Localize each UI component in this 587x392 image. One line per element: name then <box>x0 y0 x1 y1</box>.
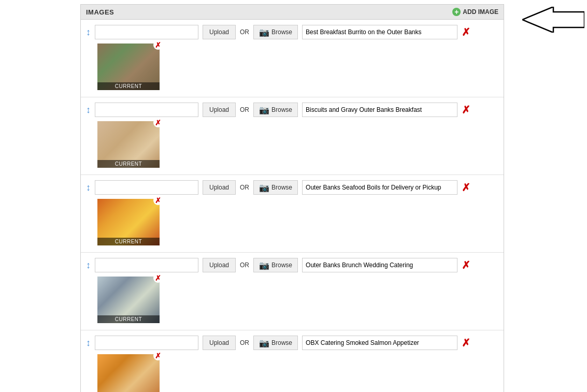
current-label-2: CURRENT <box>97 238 160 245</box>
current-image-wrapper-3: CURRENT ✗ <box>97 277 160 323</box>
current-image-box-3: CURRENT <box>97 277 160 323</box>
upload-button-0[interactable]: Upload <box>203 25 236 39</box>
image-row-bottom-1: CURRENT ✗ <box>97 121 498 169</box>
image-row-top-3: ↕ Upload OR 📷 Browse ✗ <box>86 258 498 272</box>
current-label-1: CURRENT <box>97 160 160 168</box>
delete-button-0[interactable]: ✗ <box>462 26 470 38</box>
browse-icon-1: 📷 <box>259 105 269 115</box>
current-image-box-4: CURRENT <box>97 354 160 392</box>
drag-handle-icon-1[interactable]: ↕ <box>86 105 91 115</box>
or-label-3: OR <box>240 262 249 269</box>
file-input-3[interactable] <box>95 258 198 272</box>
image-row-top-1: ↕ Upload OR 📷 Browse ✗ <box>86 103 498 117</box>
current-label-0: CURRENT <box>97 82 160 90</box>
or-label-0: OR <box>240 28 249 36</box>
image-row-bottom-4: CURRENT ✗ <box>97 354 498 392</box>
browse-button-0[interactable]: 📷 Browse <box>253 25 298 39</box>
delete-button-2[interactable]: ✗ <box>462 181 470 194</box>
browse-button-2[interactable]: 📷 Browse <box>253 180 298 195</box>
image-row-bottom-3: CURRENT ✗ <box>97 277 498 325</box>
plus-circle-icon: + <box>452 8 461 16</box>
remove-image-button-1[interactable]: ✗ <box>153 118 163 127</box>
remove-image-button-3[interactable]: ✗ <box>153 273 163 283</box>
panel-title: IMAGES <box>86 8 114 16</box>
drag-handle-icon-3[interactable]: ↕ <box>86 260 91 271</box>
image-row: ↕ Upload OR 📷 Browse ✗ CURRENT ✗ <box>81 330 504 392</box>
current-image-wrapper-1: CURRENT ✗ <box>97 121 160 168</box>
alt-text-input-3[interactable] <box>302 258 457 272</box>
current-image-box-1: CURRENT <box>97 121 160 168</box>
browse-button-4[interactable]: 📷 Browse <box>253 336 298 350</box>
or-label-1: OR <box>240 106 249 113</box>
image-row: ↕ Upload OR 📷 Browse ✗ CURRENT ✗ <box>81 20 504 97</box>
alt-text-input-1[interactable] <box>302 103 457 117</box>
delete-button-4[interactable]: ✗ <box>462 337 470 349</box>
image-row-top-0: ↕ Upload OR 📷 Browse ✗ <box>86 25 498 39</box>
image-row-top-2: ↕ Upload OR 📷 Browse ✗ <box>86 180 498 195</box>
drag-handle-icon-4[interactable]: ↕ <box>86 338 91 349</box>
browse-label-0: Browse <box>271 28 292 36</box>
delete-button-3[interactable]: ✗ <box>462 259 470 271</box>
current-image-wrapper-0: CURRENT ✗ <box>97 43 160 90</box>
upload-button-3[interactable]: Upload <box>203 258 236 272</box>
image-row: ↕ Upload OR 📷 Browse ✗ CURRENT ✗ <box>81 175 504 253</box>
x-mark-icon-3: ✗ <box>155 274 161 282</box>
panel-header: IMAGES + ADD IMAGE <box>81 5 504 20</box>
image-rows-container: ↕ Upload OR 📷 Browse ✗ CURRENT ✗ <box>81 20 504 392</box>
current-image-wrapper-2: CURRENT ✗ <box>97 199 160 245</box>
image-row-bottom-0: CURRENT ✗ <box>97 43 498 92</box>
browse-icon-2: 📷 <box>259 183 269 193</box>
upload-button-4[interactable]: Upload <box>203 336 236 350</box>
browse-label-1: Browse <box>271 106 292 113</box>
current-image-wrapper-4: CURRENT ✗ <box>97 354 160 392</box>
x-mark-icon-2: ✗ <box>155 197 161 204</box>
browse-icon-0: 📷 <box>259 27 269 37</box>
svg-marker-0 <box>522 7 584 33</box>
add-image-label: ADD IMAGE <box>463 8 498 16</box>
file-input-4[interactable] <box>95 336 198 350</box>
image-row: ↕ Upload OR 📷 Browse ✗ CURRENT ✗ <box>81 253 504 330</box>
browse-icon-3: 📷 <box>259 260 269 270</box>
delete-button-1[interactable]: ✗ <box>462 104 470 116</box>
alt-text-input-4[interactable] <box>302 336 457 350</box>
upload-button-2[interactable]: Upload <box>203 180 236 195</box>
remove-image-button-4[interactable]: ✗ <box>153 351 163 360</box>
x-mark-icon-0: ✗ <box>155 41 161 49</box>
or-label-2: OR <box>240 184 249 191</box>
page-wrapper: IMAGES + ADD IMAGE ↕ Upload OR 📷 Browse … <box>0 4 587 392</box>
drag-handle-icon-2[interactable]: ↕ <box>86 182 91 193</box>
current-label-3: CURRENT <box>97 315 160 323</box>
browse-label-3: Browse <box>271 262 292 269</box>
browse-button-1[interactable]: 📷 Browse <box>253 103 298 117</box>
drag-handle-icon-0[interactable]: ↕ <box>86 27 91 38</box>
current-image-box-0: CURRENT <box>97 43 160 90</box>
browse-label-4: Browse <box>271 339 292 346</box>
file-input-0[interactable] <box>95 25 198 39</box>
upload-button-1[interactable]: Upload <box>203 103 236 117</box>
image-row: ↕ Upload OR 📷 Browse ✗ CURRENT ✗ <box>81 97 504 175</box>
images-panel: IMAGES + ADD IMAGE ↕ Upload OR 📷 Browse … <box>80 4 504 392</box>
remove-image-button-2[interactable]: ✗ <box>153 196 163 205</box>
image-row-bottom-2: CURRENT ✗ <box>97 199 498 247</box>
remove-image-button-0[interactable]: ✗ <box>153 40 163 50</box>
or-label-4: OR <box>240 339 249 346</box>
alt-text-input-2[interactable] <box>302 180 457 195</box>
arrow-indicator <box>522 7 584 34</box>
x-mark-icon-4: ✗ <box>155 352 161 359</box>
image-row-top-4: ↕ Upload OR 📷 Browse ✗ <box>86 336 498 350</box>
alt-text-input-0[interactable] <box>302 25 457 39</box>
file-input-1[interactable] <box>95 103 198 117</box>
browse-icon-4: 📷 <box>259 338 269 348</box>
x-mark-icon-1: ✗ <box>155 119 161 126</box>
browse-button-3[interactable]: 📷 Browse <box>253 258 298 272</box>
current-image-box-2: CURRENT <box>97 199 160 245</box>
add-image-button[interactable]: + ADD IMAGE <box>452 8 498 16</box>
browse-label-2: Browse <box>271 184 292 191</box>
file-input-2[interactable] <box>95 180 198 195</box>
